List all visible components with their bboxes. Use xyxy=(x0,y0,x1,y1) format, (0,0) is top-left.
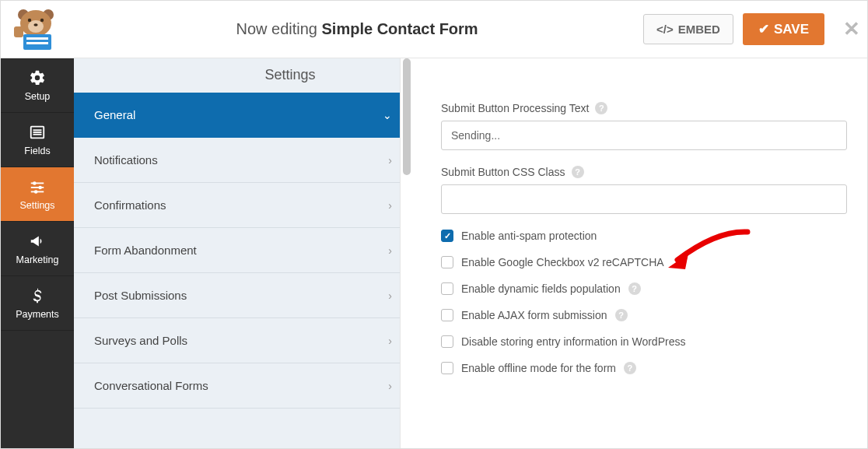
css-class-label: Submit Button CSS Class ? xyxy=(441,166,847,178)
svg-point-16 xyxy=(33,181,37,185)
sub-abandonment-label: Form Abandonment xyxy=(94,244,197,257)
top-bar: Now editing Simple Contact Form </> EMBE… xyxy=(1,1,867,58)
title-prefix: Now editing xyxy=(236,20,321,37)
sub-general[interactable]: General ⌄ xyxy=(74,93,412,138)
sub-conversational-label: Conversational Forms xyxy=(94,379,208,392)
checkbox-nostore-row: Disable storing entry information in Wor… xyxy=(441,335,847,348)
sub-confirmations[interactable]: Confirmations › xyxy=(74,183,412,228)
app-logo xyxy=(1,1,71,58)
checkbox-antispam-label: Enable anti-spam protection xyxy=(461,230,597,242)
checkbox-dynamic-label: Enable dynamic fields population xyxy=(461,282,621,295)
nav-marketing-label: Marketing xyxy=(16,254,59,265)
list-icon xyxy=(29,124,46,141)
nav-fields-label: Fields xyxy=(24,146,50,156)
check-icon: ✔ xyxy=(758,21,769,37)
help-icon[interactable]: ? xyxy=(595,102,607,114)
help-icon[interactable]: ? xyxy=(615,309,628,321)
checkbox-ajax[interactable] xyxy=(441,309,453,321)
save-button[interactable]: ✔ SAVE xyxy=(743,13,824,45)
sub-confirmations-label: Confirmations xyxy=(94,198,166,212)
chevron-right-icon: › xyxy=(388,289,392,302)
checkbox-nostore-label: Disable storing entry information in Wor… xyxy=(461,335,685,348)
processing-text-label-text: Submit Button Processing Text xyxy=(441,102,589,114)
svg-point-4 xyxy=(28,18,31,21)
main-area: Setup Fields Settings Marketing Payments… xyxy=(1,58,867,448)
nav-marketing[interactable]: Marketing xyxy=(1,222,74,276)
embed-button[interactable]: </> EMBED xyxy=(643,14,733,44)
page-title: Now editing Simple Contact Form xyxy=(71,20,643,38)
checkbox-offline-label: Enable offline mode for the form xyxy=(461,362,616,374)
sub-post-submissions-label: Post Submissions xyxy=(94,289,187,302)
help-icon[interactable]: ? xyxy=(628,282,641,295)
nav-settings-label: Settings xyxy=(19,200,54,211)
nav-payments-label: Payments xyxy=(16,309,59,320)
chevron-right-icon: › xyxy=(388,154,392,167)
checkbox-dynamic[interactable] xyxy=(441,282,453,295)
chevron-right-icon: › xyxy=(388,244,392,257)
help-icon[interactable]: ? xyxy=(572,166,584,178)
nav-payments[interactable]: Payments xyxy=(1,276,74,331)
nav-settings[interactable]: Settings xyxy=(1,167,74,222)
nav-setup[interactable]: Setup xyxy=(1,58,74,113)
settings-list: General ⌄ Notifications › Confirmations … xyxy=(74,93,412,409)
checkbox-dynamic-row: Enable dynamic fields population ? xyxy=(441,282,847,295)
processing-text-input[interactable] xyxy=(441,121,847,150)
gear-icon xyxy=(29,69,46,86)
css-class-label-text: Submit Button CSS Class xyxy=(441,166,565,178)
checkbox-recaptcha-label: Enable Google Checkbox v2 reCAPTCHA xyxy=(461,256,664,268)
css-class-input[interactable] xyxy=(441,184,847,214)
chevron-right-icon: › xyxy=(388,199,392,212)
svg-rect-8 xyxy=(26,37,48,40)
chevron-right-icon: › xyxy=(388,335,392,347)
svg-rect-10 xyxy=(14,26,23,37)
nav-fields[interactable]: Fields xyxy=(1,113,74,167)
checkbox-nostore[interactable] xyxy=(441,335,453,348)
checkbox-ajax-label: Enable AJAX form submission xyxy=(461,309,607,321)
svg-point-18 xyxy=(38,185,42,189)
sub-abandonment[interactable]: Form Abandonment › xyxy=(74,228,412,273)
svg-point-3 xyxy=(28,20,44,33)
dollar-icon xyxy=(29,287,46,304)
checkbox-recaptcha-row: Enable Google Checkbox v2 reCAPTCHA xyxy=(441,256,847,268)
save-label: SAVE xyxy=(774,22,809,37)
sub-surveys[interactable]: Surveys and Polls › xyxy=(74,318,412,363)
checkbox-offline-row: Enable offline mode for the form ? xyxy=(441,362,847,374)
svg-rect-9 xyxy=(26,42,48,44)
sliders-icon xyxy=(29,178,46,195)
sub-general-label: General xyxy=(94,108,135,121)
settings-subpanel: Settings General ⌄ Notifications › Confi… xyxy=(74,58,413,448)
sub-notifications[interactable]: Notifications › xyxy=(74,138,412,183)
checkbox-antispam[interactable] xyxy=(441,230,453,242)
chevron-down-icon: ⌄ xyxy=(383,109,392,121)
code-icon: </> xyxy=(656,23,674,36)
close-icon[interactable]: ✕ xyxy=(843,17,863,41)
checkbox-recaptcha[interactable] xyxy=(441,256,453,268)
form-name: Simple Contact Form xyxy=(322,20,478,37)
sub-conversational[interactable]: Conversational Forms › xyxy=(74,363,412,409)
help-icon[interactable]: ? xyxy=(624,362,636,374)
subpanel-scrollbar[interactable] xyxy=(400,58,413,448)
sub-surveys-label: Surveys and Polls xyxy=(94,334,187,347)
svg-point-20 xyxy=(34,190,38,194)
svg-point-6 xyxy=(33,23,37,26)
sub-notifications-label: Notifications xyxy=(94,153,158,167)
checkbox-ajax-row: Enable AJAX form submission ? xyxy=(441,309,847,321)
left-nav: Setup Fields Settings Marketing Payments xyxy=(1,58,74,448)
settings-content: Submit Button Processing Text ? Submit B… xyxy=(413,58,867,448)
nav-setup-label: Setup xyxy=(25,91,51,102)
chevron-right-icon: › xyxy=(388,380,392,392)
sub-post-submissions[interactable]: Post Submissions › xyxy=(74,273,412,318)
checkbox-antispam-row: Enable anti-spam protection xyxy=(441,230,847,242)
embed-label: EMBED xyxy=(678,23,720,36)
processing-text-label: Submit Button Processing Text ? xyxy=(441,102,847,114)
bullhorn-icon xyxy=(29,233,46,250)
panel-title: Settings xyxy=(74,58,506,92)
svg-point-5 xyxy=(40,18,44,21)
checkbox-offline[interactable] xyxy=(441,362,453,374)
